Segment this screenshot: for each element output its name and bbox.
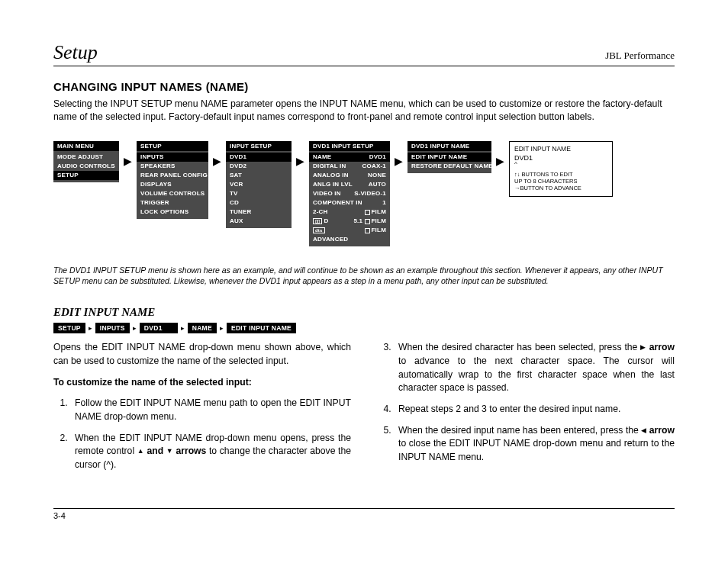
- ordered-steps: When the desired character has been sele…: [377, 341, 675, 465]
- menu-item: CD: [226, 198, 292, 208]
- menu-item: ANALOG INNONE: [309, 171, 390, 180]
- step: Follow the EDIT INPUT NAME menu path to …: [70, 397, 351, 423]
- procedure-heading: To customize the name of the selected in…: [53, 376, 351, 390]
- chevron-right-icon: ▸: [181, 324, 185, 332]
- edit-box-title: EDIT INPUT NAME: [514, 145, 607, 153]
- step: When the desired input name has been ent…: [394, 424, 675, 465]
- page-number: 3-4: [53, 511, 66, 520]
- menu-title: INPUT SETUP: [226, 141, 292, 151]
- two-column-body: Opens the EDIT INPUT NAME drop-down menu…: [53, 341, 675, 480]
- menu-title: DVD1 INPUT NAME: [407, 141, 491, 151]
- menu-input-setup: INPUT SETUP DVD1 DVD2 SAT VCR TV CD TUNE…: [226, 141, 292, 228]
- arrow-right-icon: ▶: [496, 155, 504, 167]
- step: When the desired character has been sele…: [394, 341, 675, 395]
- menu-item-selected: INPUTS: [137, 153, 208, 162]
- menu-item: TUNER: [226, 208, 292, 217]
- page-header: Setup JBL Performance: [53, 41, 675, 66]
- menu-item: SAT: [226, 171, 292, 180]
- menu-path-diagram: MAIN MENU MODE ADJUST AUDIO CONTROLS SET…: [53, 141, 675, 246]
- crumb: INPUTS: [95, 323, 130, 333]
- menu-item: TV: [226, 189, 292, 198]
- menu-item-selected: NAMEDVD1: [309, 153, 390, 162]
- menu-item: RESTORE DEFAULT NAME: [407, 162, 491, 171]
- step: When the EDIT INPUT NAME drop-down menu …: [70, 432, 351, 472]
- crumb: SETUP: [53, 323, 85, 333]
- menu-item: DVD2: [226, 162, 292, 171]
- edit-input-name-box: EDIT INPUT NAME DVD1 ^ ↑↓ BUTTONS TO EDI…: [509, 141, 613, 197]
- menu-item: REAR PANEL CONFIG: [137, 171, 208, 180]
- menu-item: SPEAKERS: [137, 162, 208, 171]
- paragraph: Opens the EDIT INPUT NAME drop-down menu…: [53, 341, 351, 368]
- manual-page: Setup JBL Performance CHANGING INPUT NAM…: [0, 0, 728, 563]
- right-arrow-icon: ▶: [640, 343, 646, 351]
- menu-dvd1-input-name: DVD1 INPUT NAME EDIT INPUT NAME RESTORE …: [407, 141, 491, 173]
- down-arrow-icon: ▼: [166, 447, 173, 455]
- chevron-right-icon: ▸: [220, 324, 224, 332]
- step: Repeat steps 2 and 3 to enter the desire…: [394, 403, 675, 417]
- subsection-heading: EDIT INPUT NAME: [53, 306, 675, 319]
- arrow-right-icon: ▶: [395, 155, 403, 167]
- menu-dvd1-input-setup: DVD1 INPUT SETUP NAMEDVD1 DIGITAL INCOAX…: [309, 141, 390, 246]
- page-footer: 3-4: [53, 508, 675, 520]
- menu-item: AUX: [226, 217, 292, 226]
- menu-title: DVD1 INPUT SETUP: [309, 141, 390, 151]
- menu-item: VIDEO INS-VIDEO-1: [309, 189, 390, 198]
- menu-title: MAIN MENU: [53, 141, 119, 151]
- header-product-name: JBL Performance: [605, 50, 675, 62]
- crumb: NAME: [188, 323, 217, 333]
- chevron-right-icon: ▸: [89, 324, 92, 332]
- menu-item: VOLUME CONTROLS: [137, 189, 208, 198]
- menu-item: ANLG IN LVLAUTO: [309, 180, 390, 189]
- menu-item: ▯▯D5.1 FILM: [309, 217, 390, 226]
- header-section-title: Setup: [53, 41, 98, 64]
- menu-item-selected: DVD1: [226, 153, 292, 162]
- menu-item: COMPONENT IN1: [309, 198, 390, 208]
- edit-box-value: DVD1: [514, 154, 607, 162]
- menu-item: AUDIO CONTROLS: [53, 162, 119, 171]
- menu-item-selected: SETUP: [53, 171, 119, 180]
- column-right: When the desired character has been sele…: [377, 341, 675, 480]
- menu-item: VCR: [226, 180, 292, 189]
- section-heading: CHANGING INPUT NAMES (NAME): [53, 80, 675, 93]
- menu-item: ADVANCED: [309, 235, 390, 244]
- menu-item: LOCK OPTIONS: [137, 208, 208, 217]
- up-arrow-icon: ▲: [137, 447, 144, 455]
- edit-box-help: ↑↓ BUTTONS TO EDIT UP TO 8 CHARACTERS →B…: [514, 171, 607, 192]
- menu-item: DIGITAL INCOAX-1: [309, 162, 390, 171]
- chevron-right-icon: ▸: [133, 324, 137, 332]
- intro-paragraph: Selecting the INPUT SETUP menu NAME para…: [53, 98, 675, 124]
- figure-caption: The DVD1 INPUT SETUP menu is shown here …: [53, 265, 675, 286]
- menu-main: MAIN MENU MODE ADJUST AUDIO CONTROLS SET…: [53, 141, 119, 182]
- column-left: Opens the EDIT INPUT NAME drop-down menu…: [53, 341, 351, 480]
- menu-item: dtsFILM: [309, 226, 390, 235]
- ordered-steps: Follow the EDIT INPUT NAME menu path to …: [53, 397, 351, 471]
- menu-item-selected: EDIT INPUT NAME: [407, 153, 491, 162]
- menu-title: SETUP: [137, 141, 208, 151]
- menu-item: TRIGGER: [137, 198, 208, 208]
- edit-box-caret: ^: [514, 162, 607, 166]
- arrow-right-icon: ▶: [124, 155, 132, 167]
- left-arrow-icon: ◀: [641, 426, 646, 434]
- arrow-right-icon: ▶: [296, 155, 304, 167]
- menu-setup: SETUP INPUTS SPEAKERS REAR PANEL CONFIG …: [137, 141, 208, 219]
- menu-item: MODE ADJUST: [53, 153, 119, 162]
- arrow-right-icon: ▶: [213, 155, 221, 167]
- menu-path-breadcrumb: SETUP ▸ INPUTS ▸ DVD1 ▸ NAME ▸ EDIT INPU…: [53, 323, 675, 333]
- crumb: DVD1: [140, 323, 178, 333]
- menu-item: 2-CHFILM: [309, 208, 390, 217]
- menu-item: DISPLAYS: [137, 180, 208, 189]
- crumb: EDIT INPUT NAME: [227, 323, 296, 333]
